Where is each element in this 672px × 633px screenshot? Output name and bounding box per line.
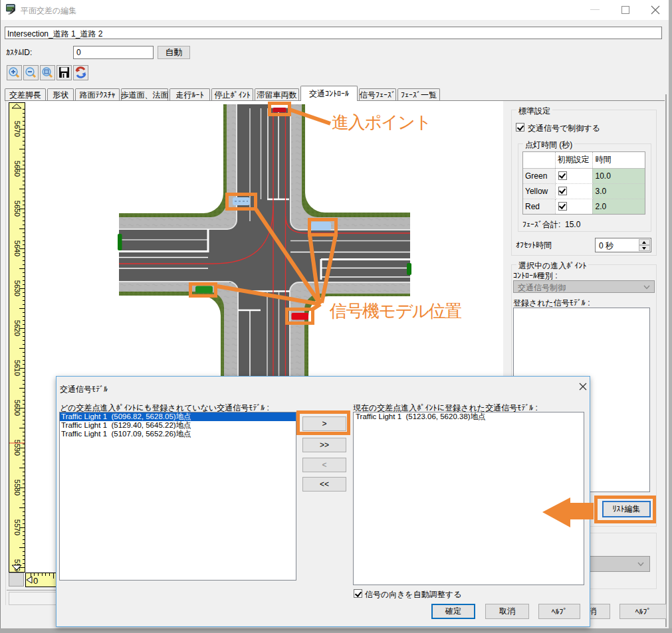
svg-text:5590: 5590 <box>13 440 21 456</box>
svg-text:進入ポイント: 進入ポイント <box>332 112 431 132</box>
svg-text:信号機モデル位置: 信号機モデル位置 <box>329 301 461 321</box>
svg-text:0: 0 <box>33 576 38 586</box>
svg-text:5610: 5610 <box>13 360 21 376</box>
svg-text:5640: 5640 <box>13 240 21 256</box>
svg-text:5670: 5670 <box>13 121 21 137</box>
svg-text:5580: 5580 <box>13 480 21 496</box>
svg-text:5570: 5570 <box>13 519 21 535</box>
svg-text:5600: 5600 <box>13 400 21 416</box>
svg-text:5630: 5630 <box>13 280 21 296</box>
svg-text:5660: 5660 <box>13 161 21 177</box>
svg-text:5620: 5620 <box>13 320 21 336</box>
svg-text:5650: 5650 <box>13 201 21 217</box>
